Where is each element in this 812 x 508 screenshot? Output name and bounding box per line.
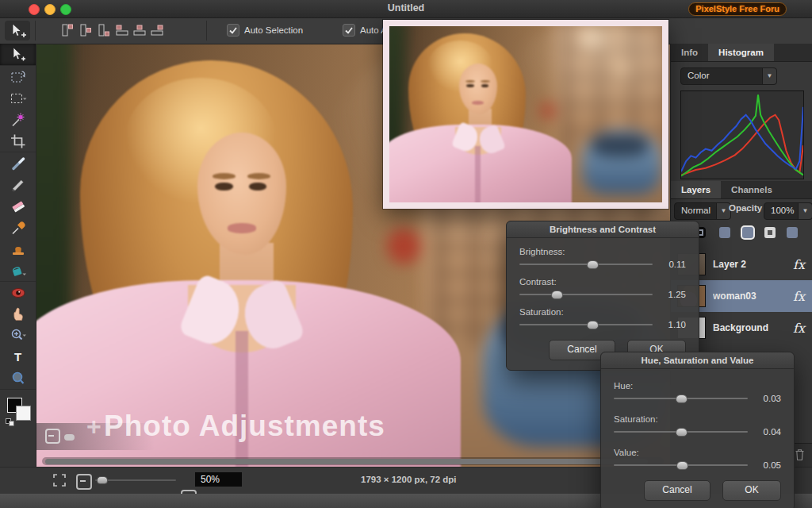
contrast-value: 1.25	[661, 290, 686, 299]
fx-badge[interactable]: fx	[793, 289, 805, 304]
horizontal-scrollbar-thumb[interactable]	[45, 459, 648, 464]
layer-toggle-4[interactable]	[764, 227, 776, 238]
crop-icon	[10, 133, 27, 149]
brightness-slider[interactable]	[519, 264, 653, 265]
background-color-swatch[interactable]	[16, 406, 31, 421]
tool-text[interactable]: T	[0, 346, 36, 368]
brightness-value: 0.11	[661, 260, 686, 269]
cancel-button[interactable]: Cancel	[644, 480, 710, 501]
tab-layers[interactable]: Layers	[671, 181, 721, 198]
saturation-slider-thumb[interactable]	[587, 321, 599, 329]
value-slider-thumb[interactable]	[676, 461, 688, 470]
tab-info[interactable]: Info	[671, 44, 708, 61]
fullscreen-button[interactable]	[52, 473, 67, 491]
value-slider[interactable]	[614, 464, 748, 466]
delete-layer-button[interactable]	[795, 448, 805, 464]
chevron-down-icon: ▼	[798, 203, 812, 219]
red-eye-icon	[10, 285, 27, 301]
watermark-plus-glyph: +	[86, 412, 102, 441]
brightness-slider-thumb[interactable]	[587, 260, 599, 269]
saturation-value: 0.04	[756, 427, 781, 437]
zoom-level-field[interactable]: 50%	[195, 472, 242, 487]
opacity-value: 100%	[771, 206, 794, 215]
hue-label: Hue:	[614, 381, 781, 391]
tab-histogram[interactable]: Histogram	[708, 44, 774, 61]
saturation-slider[interactable]	[614, 431, 748, 433]
histogram-channel-dropdown[interactable]: Color ▼	[680, 67, 777, 85]
tool-eyedropper[interactable]	[0, 217, 36, 238]
preview-window[interactable]	[383, 20, 668, 209]
overlay-zoom-out-button[interactable]	[45, 429, 60, 444]
photo-subject	[389, 26, 662, 202]
auto-selection-checkbox[interactable]: Auto Selection	[227, 24, 303, 37]
info-histogram-tabs: Info Histogram	[671, 44, 812, 62]
value-value: 0.05	[756, 460, 781, 470]
marquee-icon	[10, 90, 27, 106]
tool-eraser[interactable]	[0, 195, 36, 217]
opacity-label: Opacity	[729, 203, 762, 213]
default-colors-icon[interactable]	[6, 418, 13, 425]
layers-channels-tabs: Layers Channels	[671, 181, 812, 199]
hue-value: 0.03	[756, 394, 781, 403]
tab-channels[interactable]: Channels	[721, 181, 783, 198]
magnifier-icon	[10, 371, 27, 387]
saturation-slider[interactable]	[519, 324, 653, 325]
pixelstyle-badge: PixelStyle Free Foru	[688, 2, 787, 16]
saturation-slider-thumb[interactable]	[676, 428, 688, 437]
zoom-out-button[interactable]	[76, 474, 92, 490]
contrast-slider-thumb[interactable]	[551, 291, 563, 299]
align-v-center-button[interactable]	[132, 23, 147, 37]
horizontal-scrollbar[interactable]	[42, 457, 664, 465]
zoom-slider-thumb[interactable]	[97, 476, 108, 484]
opacity-dropdown[interactable]: 100% ▼	[764, 202, 812, 220]
ok-button[interactable]: OK	[722, 480, 781, 501]
saturation-label: Saturation:	[614, 414, 781, 424]
fx-badge[interactable]: fx	[793, 257, 805, 272]
saturation-value: 1.10	[661, 320, 686, 329]
histogram-panel	[680, 90, 804, 179]
tool-smudge-finger[interactable]	[0, 303, 36, 325]
tool-zoom[interactable]	[0, 368, 36, 389]
zoom-slider[interactable]	[95, 479, 176, 481]
eraser-icon	[10, 198, 27, 214]
preview-photo-slot	[389, 26, 662, 202]
tool-clone-stamp[interactable]	[0, 238, 36, 260]
tool-paint-bucket[interactable]	[0, 260, 36, 281]
tool-zoom-plus[interactable]	[0, 325, 36, 346]
dialog-title[interactable]: Hue, Saturation and Value	[601, 352, 794, 369]
overlay-zoom-slider-thumb[interactable]	[64, 434, 75, 441]
tool-transform-selection[interactable]	[0, 65, 36, 87]
layer-name: woman03	[713, 291, 756, 302]
tool-crop[interactable]	[0, 130, 36, 152]
contrast-slider[interactable]	[519, 294, 653, 295]
auto-selection-label: Auto Selection	[244, 25, 303, 35]
hue-slider-thumb[interactable]	[676, 394, 688, 403]
brightness-contrast-dialog: Brightness and Contrast Brightness: 0.11…	[506, 221, 699, 371]
current-tool-indicator	[5, 21, 30, 40]
brightness-label: Brightness:	[519, 247, 686, 256]
tool-pencil[interactable]	[0, 174, 36, 195]
blend-mode-value: Normal	[681, 206, 710, 215]
fx-badge[interactable]: fx	[793, 321, 805, 336]
tool-color-swatches[interactable]	[0, 389, 36, 428]
app-window: + Photo Adjustments	[0, 0, 812, 508]
layer-toggle-3[interactable]	[742, 227, 753, 238]
hue-slider[interactable]	[614, 398, 748, 399]
tool-rect-marquee[interactable]	[0, 87, 36, 109]
align-top-button[interactable]	[114, 23, 130, 37]
tool-move[interactable]	[0, 44, 36, 65]
layer-toggle-5[interactable]	[787, 227, 798, 238]
layer-toggle-2[interactable]	[719, 227, 730, 238]
blend-mode-dropdown[interactable]: Normal ▼	[674, 202, 731, 220]
align-left-button[interactable]	[59, 23, 75, 37]
align-bottom-button[interactable]	[149, 23, 165, 37]
dialog-title[interactable]: Brightness and Contrast	[507, 221, 699, 238]
align-h-center-button[interactable]	[78, 23, 94, 37]
move-cursor-icon	[10, 47, 27, 63]
align-right-button[interactable]	[96, 23, 112, 37]
layer-name: Background	[713, 322, 768, 333]
tool-red-eye[interactable]	[0, 281, 36, 303]
tool-magic-wand[interactable]	[0, 109, 36, 130]
tool-brush[interactable]	[0, 152, 36, 174]
trash-icon	[795, 448, 805, 461]
